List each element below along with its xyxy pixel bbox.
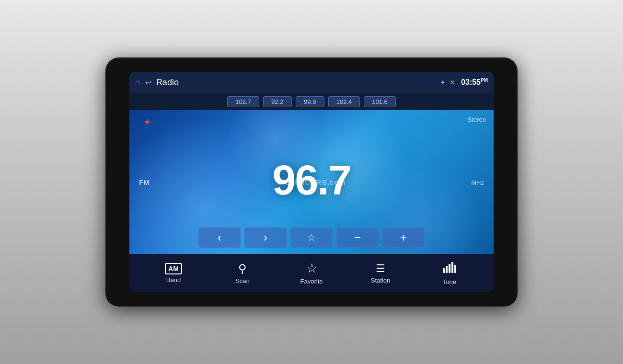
unit-label: MHz [471,179,484,186]
favorite-nav-label: Favorite [300,278,323,285]
radio-main-content: ★ Stereo FM MHz © DUBICARS.com 96.7 ‹ › … [129,110,494,254]
nav-station[interactable]: ☰ Station [361,262,400,284]
presets-bar: 102.7 92.2 99.9 102.4 101.6 [129,93,494,110]
bottom-navigation: AM Band ⚲ Scan ☆ Favorite ☰ Station [129,254,494,292]
preset-1[interactable]: 102.7 [227,96,259,107]
preset-3[interactable]: 99.9 [296,96,324,107]
svg-rect-1 [446,266,448,273]
band-label: FM [139,178,150,186]
preset-5[interactable]: 101.6 [364,96,396,107]
top-bar-left: ⌂ ↩ Radio [135,78,179,88]
clock-display: 03:55PM [461,78,488,87]
top-bar: ⌂ ↩ Radio ✦ ✕ 03:55PM [129,72,494,93]
app-title: Radio [156,78,179,88]
nav-tone[interactable]: Tone [430,261,469,285]
station-icon: ☰ [376,262,385,275]
close-button[interactable]: ✕ [450,79,455,86]
time-value: 03:55 [461,79,481,87]
car-unit: 🔊+ 🔉 ⏻ ⌂ 📻 🔇 ⌂ ↩ Radio ✦ ✕ 03:55PM [0,0,623,364]
prev-button[interactable]: ‹ [198,227,241,248]
favorite-indicator: ★ [144,117,150,126]
svg-rect-0 [443,268,445,273]
bluetooth-icon: ✦ [440,79,446,86]
nav-scan[interactable]: ⚲ Scan [223,262,262,284]
frequency-value: 96.7 [272,159,350,201]
console-bottom-strip [0,316,623,364]
nav-favorite[interactable]: ☆ Favorite [292,261,331,285]
playback-controls: ‹ › ☆ − + [198,227,425,248]
volume-plus-button[interactable]: + [382,227,425,248]
svg-rect-3 [451,262,453,273]
scan-nav-label: Scan [235,277,250,284]
scan-icon: ⚲ [238,262,247,275]
display-bezel: ⌂ ↩ Radio ✦ ✕ 03:55PM 102.7 92.2 99.9 10… [105,57,518,307]
svg-rect-2 [449,264,450,273]
svg-rect-4 [454,265,456,273]
frequency-display: 96.7 [272,159,350,201]
touchscreen[interactable]: ⌂ ↩ Radio ✦ ✕ 03:55PM 102.7 92.2 99.9 10… [129,72,494,292]
preset-2[interactable]: 92.2 [263,96,292,107]
tone-icon [443,261,456,276]
home-button[interactable]: ⌂ [135,78,140,88]
ampm-value: PM [481,78,488,83]
preset-4[interactable]: 102.4 [328,96,360,107]
top-bar-right: ✦ ✕ 03:55PM [440,78,488,87]
tone-nav-label: Tone [443,278,456,285]
next-button[interactable]: › [244,227,287,248]
band-icon: AM [165,263,182,274]
volume-minus-button[interactable]: − [336,227,379,248]
back-button[interactable]: ↩ [145,78,151,87]
stereo-label: Stereo [468,116,486,123]
favorite-button[interactable]: ☆ [290,227,333,248]
nav-band[interactable]: AM Band [154,263,193,284]
favorite-nav-icon: ☆ [306,261,317,276]
band-nav-label: Band [166,276,181,284]
station-nav-label: Station [371,277,390,284]
